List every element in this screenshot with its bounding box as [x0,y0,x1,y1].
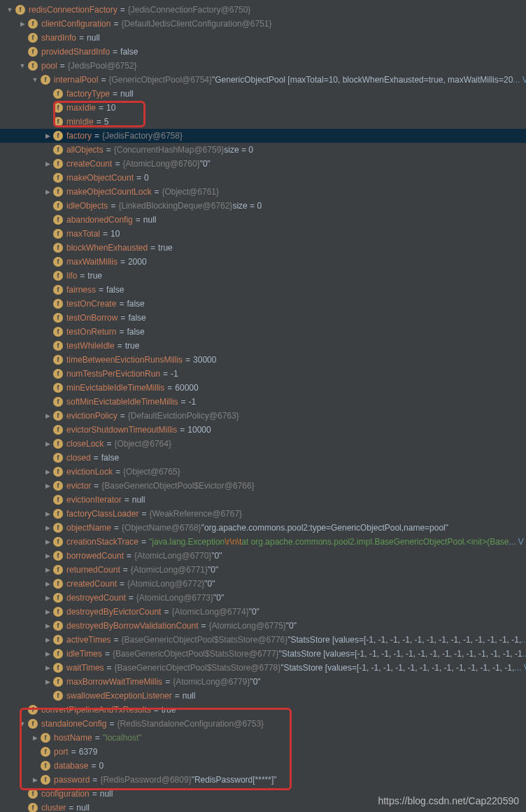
variable-value: {BaseGenericObjectPool$StatsStore@6777} [113,649,279,659]
tree-row[interactable]: ▶fmaxTotal=10 [0,227,526,241]
variable-name: database [54,761,88,771]
tree-row[interactable]: ▶fclosed=false [0,451,526,465]
debug-tree[interactable]: ▼fredisConnectionFactory={JedisConnectio… [0,0,526,812]
variable-value: true [125,341,140,351]
tree-row[interactable]: ▶fport=6379 [0,745,526,759]
expand-right-icon[interactable]: ▶ [43,552,52,560]
tree-row[interactable]: ▶fblockWhenExhausted=true [0,241,526,255]
tree-row[interactable]: ▶fswallowedExceptionListener=null [0,689,526,703]
expand-down-icon[interactable]: ▼ [31,76,39,84]
tree-row[interactable]: ▼fstandaloneConfig={RedisStandaloneConfi… [0,717,526,731]
tree-row[interactable]: ▶ffactory={JedisFactory@6758} [0,129,526,143]
tree-row[interactable]: ▶factiveTimes={BaseGenericObjectPool$Sta… [0,633,526,647]
tree-row[interactable]: ▶fcreatedCount={AtomicLong@6772} "0" [0,577,526,591]
tree-row[interactable]: ▶fborrowedCount={AtomicLong@6770} "0" [0,549,526,563]
expand-right-icon[interactable]: ▶ [43,132,52,140]
variable-value: {RedisStandaloneConfiguration@6753} [117,719,264,729]
tree-row[interactable]: ▶ftestOnBorrow=false [0,311,526,325]
tree-row[interactable]: ▶fdestroyedByBorrowValidationCount={Atom… [0,619,526,633]
expand-right-icon[interactable]: ▶ [31,734,39,742]
tree-row[interactable]: ▶fevictionIterator=null [0,493,526,507]
equals-separator: = [113,19,118,29]
tree-row[interactable]: ▶fallObjects={ConcurrentHashMap@6759} si… [0,143,526,157]
equals-separator: = [120,5,125,15]
tree-row[interactable]: ▶fmakeObjectCountLock={Object@6761} [0,185,526,199]
tree-row[interactable]: ▶fconvertPipelineAndTxResults=true [0,703,526,717]
tree-row[interactable]: ▶fmaxBorrowWaitTimeMillis={AtomicLong@67… [0,675,526,689]
expand-right-icon[interactable]: ▶ [43,188,52,196]
field-icon: f [15,5,25,15]
field-icon: f [53,229,63,239]
variable-name: maxTotal [66,229,100,239]
tree-row[interactable]: ▶fminEvictableIdleTimeMillis=60000 [0,381,526,395]
tree-row[interactable]: ▶fcreationStackTrace="java.lang.Exceptio… [0,535,526,549]
expand-right-icon[interactable]: ▶ [43,524,52,532]
expand-right-icon[interactable]: ▶ [43,678,52,686]
tree-row[interactable]: ▶fdestroyedByEvictorCount={AtomicLong@67… [0,605,526,619]
variable-value: ... V [513,75,526,85]
expand-right-icon[interactable]: ▶ [31,776,39,784]
tree-row[interactable]: ▶fpassword={RedisPassword@6809} "RedisPa… [0,773,526,787]
tree-row[interactable]: ▼finternalPool={GenericObjectPool@6754} … [0,73,526,87]
tree-row[interactable]: ▶fevictionPolicy={DefaultEvictionPolicy@… [0,409,526,423]
tree-row[interactable]: ▶fevictor={BaseGenericObjectPool$Evictor… [0,479,526,493]
expand-down-icon[interactable]: ▼ [18,720,27,728]
equals-separator: = [165,677,170,687]
tree-row[interactable]: ▶fhostName="localhost" [0,731,526,745]
tree-row[interactable]: ▶fminIdle=5 [0,115,526,129]
tree-row[interactable]: ▶fcloseLock={Object@6764} [0,437,526,451]
tree-row[interactable]: ▶fidleObjects={LinkedBlockingDeque@6762}… [0,199,526,213]
tree-row[interactable]: ▶ftestWhileIdle=true [0,339,526,353]
tree-row[interactable]: ▶ftimeBetweenEvictionRunsMillis=30000 [0,353,526,367]
tree-row[interactable]: ▶fprovidedShardInfo=false [0,45,526,59]
expand-right-icon[interactable]: ▶ [43,510,52,518]
expand-down-icon[interactable]: ▼ [6,6,14,14]
tree-row[interactable]: ▶ffactoryClassLoader={WeakReference@6767… [0,507,526,521]
tree-row[interactable]: ▶fobjectName={ObjectName@6768} "org.apac… [0,521,526,535]
tree-row[interactable]: ▶fshardInfo=null [0,31,526,45]
expand-right-icon[interactable]: ▶ [43,622,52,630]
expand-right-icon[interactable]: ▶ [43,650,52,658]
tree-row[interactable]: ▶fdestroyedCount={AtomicLong@6773} "0" [0,591,526,605]
tree-row[interactable]: ▶freturnedCount={AtomicLong@6771} "0" [0,563,526,577]
expand-right-icon[interactable]: ▶ [43,608,52,616]
tree-row[interactable]: ▶fidleTimes={BaseGenericObjectPool$Stats… [0,647,526,661]
field-icon: f [53,117,63,127]
tree-row[interactable]: ▶ffactoryType=null [0,87,526,101]
tree-row[interactable]: ▶fmaxIdle=10 [0,101,526,115]
tree-row[interactable]: ▶fabandonedConfig=null [0,213,526,227]
expand-right-icon[interactable]: ▶ [43,566,52,574]
tree-row[interactable]: ▶fnumTestsPerEvictionRun=-1 [0,367,526,381]
expand-right-icon[interactable]: ▶ [43,580,52,588]
expand-right-icon[interactable]: ▶ [43,594,52,602]
expand-right-icon[interactable]: ▶ [43,412,52,420]
expand-right-icon[interactable]: ▶ [43,468,52,476]
tree-row[interactable]: ▶fcreateCount={AtomicLong@6760} "0" [0,157,526,171]
expand-right-icon[interactable]: ▶ [43,482,52,490]
tree-row[interactable]: ▶fwaitTimes={BaseGenericObjectPool$Stats… [0,661,526,675]
tree-row[interactable]: ▶fsoftMinEvictableIdleTimeMillis=-1 [0,395,526,409]
tree-row[interactable]: ▶ffairness=false [0,283,526,297]
equals-separator: = [97,117,101,127]
tree-row[interactable]: ▶fmakeObjectCount=0 [0,171,526,185]
expand-down-icon[interactable]: ▼ [18,62,27,70]
equals-separator: = [136,173,141,183]
expand-right-icon[interactable]: ▶ [43,440,52,448]
tree-row[interactable]: ▶ftestOnCreate=false [0,297,526,311]
tree-row[interactable]: ▶ftestOnReturn=false [0,325,526,339]
tree-row[interactable]: ▶fmaxWaitMillis=2000 [0,255,526,269]
field-icon: f [53,691,63,701]
expand-right-icon[interactable]: ▶ [18,20,27,28]
tree-row[interactable]: ▼fpool={JedisPool@6752} [0,59,526,73]
expand-right-icon[interactable]: ▶ [43,636,52,644]
tree-row[interactable]: ▶fevictionLock={Object@6765} [0,465,526,479]
field-icon: f [53,257,63,267]
tree-row[interactable]: ▶fdatabase=0 [0,759,526,773]
expand-right-icon[interactable]: ▶ [43,664,52,672]
tree-row[interactable]: ▶fevictorShutdownTimeoutMillis=10000 [0,423,526,437]
tree-row[interactable]: ▼fredisConnectionFactory={JedisConnectio… [0,3,526,17]
tree-row[interactable]: ▶flifo=true [0,269,526,283]
expand-right-icon[interactable]: ▶ [43,160,52,168]
expand-right-icon[interactable]: ▶ [43,538,52,546]
tree-row[interactable]: ▶fclientConfiguration={DefaultJedisClien… [0,17,526,31]
